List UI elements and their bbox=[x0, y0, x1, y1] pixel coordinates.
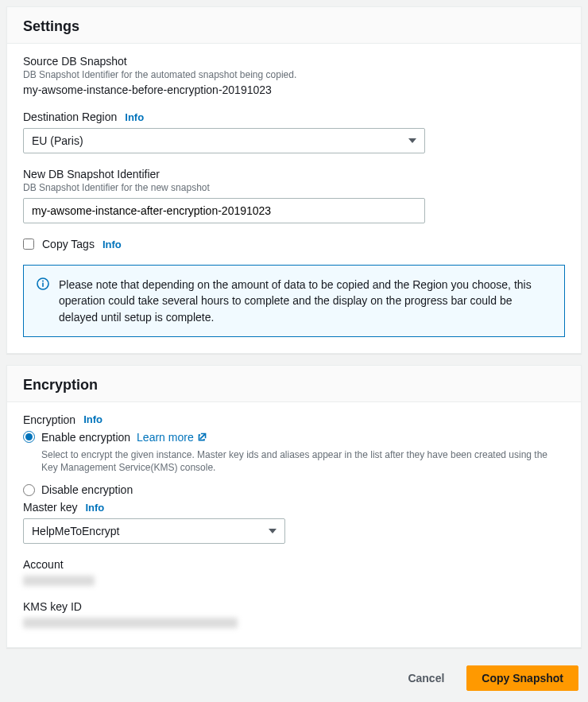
destination-region-value: EU (Paris) bbox=[32, 134, 83, 147]
settings-panel: Settings Source DB Snapshot DB Snapshot … bbox=[6, 6, 582, 354]
enable-encryption-radio[interactable] bbox=[23, 431, 35, 443]
copy-tags-row: Copy Tags Info bbox=[23, 238, 565, 250]
footer-actions: Cancel Copy Snapshot bbox=[6, 659, 582, 700]
kms-key-id-field: KMS key ID bbox=[23, 600, 565, 628]
settings-body: Source DB Snapshot DB Snapshot Identifie… bbox=[7, 44, 581, 353]
master-key-value: HelpMeToEncrypt bbox=[32, 525, 120, 537]
encryption-info-link[interactable]: Info bbox=[83, 413, 103, 425]
kms-key-id-label: KMS key ID bbox=[23, 600, 565, 613]
account-label: Account bbox=[23, 558, 565, 571]
account-field: Account bbox=[23, 558, 565, 586]
source-snapshot-field: Source DB Snapshot DB Snapshot Identifie… bbox=[23, 55, 565, 96]
new-snapshot-id-input[interactable] bbox=[32, 199, 416, 223]
info-alert-text: Please note that depending on the amount… bbox=[59, 277, 551, 325]
new-snapshot-id-desc: DB Snapshot Identifier for the new snaps… bbox=[23, 182, 565, 193]
enable-encryption-row[interactable]: Enable encryption Learn more bbox=[23, 431, 565, 444]
account-value-redacted bbox=[23, 576, 95, 586]
info-icon bbox=[37, 277, 49, 293]
cancel-button[interactable]: Cancel bbox=[393, 665, 458, 691]
encryption-title: Encryption bbox=[23, 377, 565, 394]
settings-title: Settings bbox=[23, 18, 565, 35]
disable-encryption-row[interactable]: Disable encryption bbox=[23, 483, 565, 496]
master-key-label: Master key bbox=[23, 501, 77, 514]
destination-region-field: Destination Region Info EU (Paris) bbox=[23, 111, 565, 153]
kms-key-id-value-redacted bbox=[23, 618, 238, 628]
new-snapshot-id-label: New DB Snapshot Identifier bbox=[23, 168, 565, 180]
copy-snapshot-button[interactable]: Copy Snapshot bbox=[466, 665, 578, 691]
source-snapshot-label: Source DB Snapshot bbox=[23, 55, 565, 68]
info-alert: Please note that depending on the amount… bbox=[23, 265, 565, 337]
copy-tags-label: Copy Tags bbox=[42, 238, 95, 250]
encryption-panel: Encryption Encryption Info Enable encryp… bbox=[6, 365, 582, 648]
disable-encryption-label: Disable encryption bbox=[41, 483, 133, 496]
copy-tags-info-link[interactable]: Info bbox=[103, 239, 122, 250]
new-snapshot-id-field: New DB Snapshot Identifier DB Snapshot I… bbox=[23, 168, 565, 223]
destination-region-select[interactable]: EU (Paris) bbox=[23, 128, 425, 153]
encryption-radio-group: Enable encryption Learn more Select to e… bbox=[23, 431, 565, 496]
learn-more-link[interactable]: Learn more bbox=[137, 431, 207, 444]
source-snapshot-desc: DB Snapshot Identifier for the automated… bbox=[23, 69, 565, 80]
learn-more-text: Learn more bbox=[137, 431, 194, 444]
master-key-field: Master key Info HelpMeToEncrypt bbox=[23, 501, 565, 544]
enable-encryption-label: Enable encryption bbox=[41, 431, 130, 444]
svg-rect-2 bbox=[42, 283, 44, 287]
copy-tags-checkbox[interactable] bbox=[23, 239, 34, 250]
destination-region-info-link[interactable]: Info bbox=[125, 111, 144, 123]
svg-point-1 bbox=[42, 281, 44, 282]
master-key-select[interactable]: HelpMeToEncrypt bbox=[23, 518, 285, 544]
encryption-body: Encryption Info Enable encryption Learn … bbox=[7, 402, 581, 647]
chevron-down-icon bbox=[269, 529, 277, 533]
disable-encryption-radio[interactable] bbox=[23, 484, 35, 496]
external-link-icon bbox=[197, 432, 207, 442]
encryption-label: Encryption bbox=[23, 413, 75, 426]
encryption-header: Encryption bbox=[7, 366, 581, 402]
encryption-field: Encryption Info Enable encryption Learn … bbox=[23, 413, 565, 496]
new-snapshot-id-input-wrapper[interactable] bbox=[23, 198, 425, 223]
master-key-info-link[interactable]: Info bbox=[85, 502, 104, 514]
chevron-down-icon bbox=[408, 138, 416, 143]
source-snapshot-value: my-awsome-instance-before-encryption-201… bbox=[23, 83, 565, 96]
settings-header: Settings bbox=[7, 7, 581, 44]
enable-encryption-desc: Select to encrypt the given instance. Ma… bbox=[41, 448, 565, 474]
destination-region-label: Destination Region bbox=[23, 111, 117, 123]
